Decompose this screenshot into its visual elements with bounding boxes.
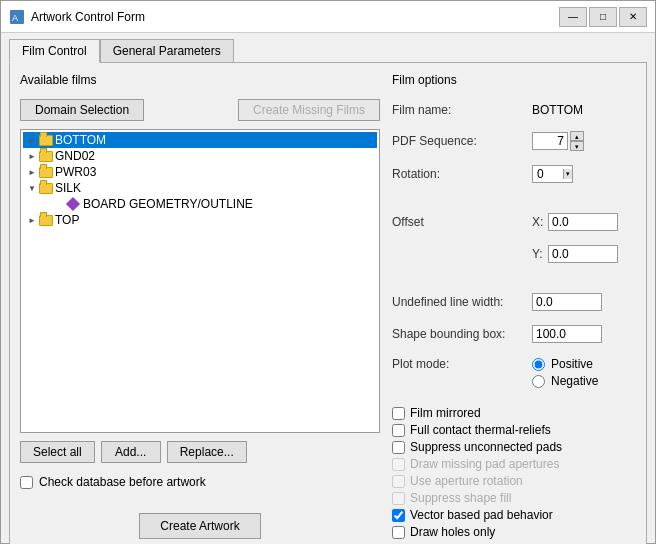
draw-holes-checkbox[interactable] [392,526,405,539]
vector-based-label: Vector based pad behavior [410,508,553,522]
offset-x-label: X: [532,215,548,229]
tab-general-parameters[interactable]: General Parameters [100,39,234,62]
tree-item-pwr03[interactable]: ► PWR03 [23,164,377,180]
maximize-button[interactable]: □ [589,7,617,27]
undef-line-label: Undefined line width: [392,295,532,309]
artwork-icon: A [9,9,25,25]
available-films-label: Available films [20,73,380,87]
film-mirrored-label: Film mirrored [410,406,481,420]
folder-icon-top [39,215,53,226]
draw-missing-label: Draw missing pad apertures [410,457,559,471]
tree-label-top: TOP [55,213,79,227]
draw-holes-label: Draw holes only [410,525,495,539]
tree-label-board-geom: BOARD GEOMETRY/OUTLINE [83,197,253,211]
positive-radio-row: Positive [532,357,598,371]
pdf-seq-up-button[interactable]: ▴ [570,131,584,141]
draw-missing-row: Draw missing pad apertures [392,457,636,471]
shape-bbox-label: Shape bounding box: [392,327,532,341]
create-missing-button[interactable]: Create Missing Films [238,99,380,121]
suppress-shape-label: Suppress shape fill [410,491,511,505]
minimize-button[interactable]: — [559,7,587,27]
gem-icon-board [66,197,80,211]
rotation-dropdown-arrow[interactable]: ▾ [563,169,572,179]
full-contact-checkbox[interactable] [392,424,405,437]
tree-item-top[interactable]: ► TOP [23,212,377,228]
offset-y-input[interactable] [548,245,618,263]
offset-x-input[interactable] [548,213,618,231]
full-contact-row: Full contact thermal-reliefs [392,423,636,437]
folder-icon-gnd02 [39,151,53,162]
check-db-checkbox[interactable] [20,476,33,489]
film-name-value: BOTTOM [532,103,583,117]
offset-label: Offset [392,215,532,229]
positive-radio[interactable] [532,358,545,371]
offset-x-row: Offset X: [392,213,636,231]
rotation-row: Rotation: 0 ▾ [392,165,636,183]
tree-label-pwr03: PWR03 [55,165,96,179]
top-button-row: Domain Selection Create Missing Films [20,99,380,121]
pdf-seq-row: PDF Sequence: ▴ ▾ [392,131,636,151]
offset-y-row: Y: [392,245,636,263]
pdf-seq-down-button[interactable]: ▾ [570,141,584,151]
tab-bar: Film Control General Parameters [9,39,647,62]
use-aperture-checkbox [392,475,405,488]
title-controls: — □ ✕ [559,7,647,27]
tree-label-silk: SILK [55,181,81,195]
negative-radio[interactable] [532,375,545,388]
tree-label-gnd02: GND02 [55,149,95,163]
tree-item-gnd02[interactable]: ► GND02 [23,148,377,164]
draw-missing-checkbox [392,458,405,471]
rotation-label: Rotation: [392,167,532,181]
bottom-button-row: Select all Add... Replace... [20,441,380,463]
shape-bbox-input[interactable] [532,325,602,343]
rotation-select[interactable]: 0 ▾ [532,165,573,183]
title-bar: A Artwork Control Form — □ ✕ [1,1,655,33]
domain-selection-button[interactable]: Domain Selection [20,99,144,121]
close-button[interactable]: ✕ [619,7,647,27]
expand-icon-pwr03: ► [25,165,39,179]
expand-icon-bottom: ► [25,133,39,147]
expand-icon-top: ► [25,213,39,227]
svg-text:A: A [12,13,18,23]
negative-radio-row: Negative [532,374,598,388]
negative-label[interactable]: Negative [551,374,598,388]
replace-button[interactable]: Replace... [167,441,247,463]
use-aperture-row: Use aperture rotation [392,474,636,488]
use-aperture-label: Use aperture rotation [410,474,523,488]
expand-icon-silk: ▼ [25,181,39,195]
suppress-shape-checkbox [392,492,405,505]
check-db-row: Check database before artwork [20,475,380,489]
tree-label-bottom: BOTTOM [55,133,106,147]
window-title: Artwork Control Form [31,10,145,24]
check-db-label[interactable]: Check database before artwork [39,475,206,489]
tree-item-silk[interactable]: ▼ SILK [23,180,377,196]
main-content: Film Control General Parameters Availabl… [1,33,655,544]
offset-y-label: Y: [532,247,548,261]
positive-label[interactable]: Positive [551,357,593,371]
vector-based-checkbox[interactable] [392,509,405,522]
tree-item-board-geom[interactable]: BOARD GEOMETRY/OUTLINE [23,196,377,212]
pdf-seq-input[interactable] [532,132,568,150]
create-artwork-button[interactable]: Create Artwork [139,513,260,539]
tree-item-bottom[interactable]: ► BOTTOM [23,132,377,148]
tab-film-control[interactable]: Film Control [9,39,100,63]
select-all-button[interactable]: Select all [20,441,95,463]
undef-line-input[interactable] [532,293,602,311]
folder-icon-silk [39,183,53,194]
film-mirrored-row: Film mirrored [392,406,636,420]
main-window: A Artwork Control Form — □ ✕ Film Contro… [0,0,656,544]
rotation-value: 0 [533,166,563,182]
tab-content-area: Available films Domain Selection Create … [9,62,647,544]
suppress-unconn-checkbox[interactable] [392,441,405,454]
pdf-seq-spinner: ▴ ▾ [532,131,584,151]
film-name-row: Film name: BOTTOM [392,103,636,117]
draw-holes-row: Draw holes only [392,525,636,539]
title-bar-left: A Artwork Control Form [9,9,145,25]
shape-bbox-row: Shape bounding box: [392,325,636,343]
add-button[interactable]: Add... [101,441,161,463]
undef-line-row: Undefined line width: [392,293,636,311]
right-panel: Film options Film name: BOTTOM PDF Seque… [392,73,636,539]
film-mirrored-checkbox[interactable] [392,407,405,420]
folder-icon-pwr03 [39,167,53,178]
film-tree[interactable]: ► BOTTOM ► GND02 ► PWR03 [20,129,380,433]
